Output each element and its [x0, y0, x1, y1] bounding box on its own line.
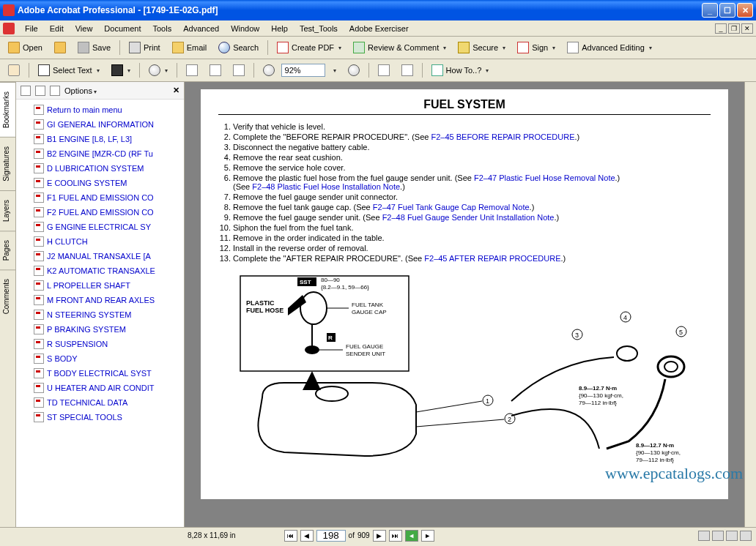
- bookmark-item[interactable]: ST SPECIAL TOOLS: [16, 410, 184, 425]
- bookmarks-options-button[interactable]: Options: [64, 86, 97, 95]
- continuous-facing-button[interactable]: [740, 531, 752, 541]
- menu-testtools[interactable]: Test_Tools: [294, 23, 344, 34]
- open-button[interactable]: Open: [3, 39, 48, 56]
- last-page-button[interactable]: ⏭: [389, 530, 402, 542]
- save-button[interactable]: Save: [73, 39, 116, 56]
- expand-icon[interactable]: [50, 86, 60, 96]
- menu-help[interactable]: Help: [265, 23, 294, 34]
- menu-advanced[interactable]: Advanced: [177, 23, 225, 34]
- sign-button[interactable]: Sign: [512, 39, 560, 56]
- forward-view-button[interactable]: ►: [421, 530, 434, 542]
- bookmark-item[interactable]: T BODY ELECTRICAL SYST: [16, 366, 184, 381]
- menu-edit[interactable]: Edit: [44, 23, 70, 34]
- bookmark-item[interactable]: TD TECHNICAL DATA: [16, 395, 184, 410]
- zoom-field[interactable]: [281, 64, 325, 77]
- zoom-in-button[interactable]: [144, 61, 173, 79]
- doc-close-button[interactable]: ✕: [741, 23, 753, 34]
- cross-reference-link[interactable]: F2–47 Plastic Fuel Hose Removal Note: [474, 173, 615, 182]
- vertical-scrollbar[interactable]: [744, 82, 756, 527]
- bookmarks-close-button[interactable]: ✕: [173, 86, 179, 95]
- bookmark-item[interactable]: GI GENERAL INFORMATION: [16, 117, 184, 132]
- facing-button[interactable]: [726, 531, 738, 541]
- bookmark-item[interactable]: K2 AUTOMATIC TRANSAXLE: [16, 263, 184, 278]
- step-item: Install in the reverse order of removal.: [233, 244, 711, 253]
- pdf-bookmark-icon: [34, 368, 44, 378]
- side-tab-layers[interactable]: Layers: [0, 190, 15, 231]
- menu-view[interactable]: View: [70, 23, 99, 34]
- trash-icon[interactable]: [21, 86, 31, 96]
- secure-button[interactable]: Secure: [453, 39, 511, 56]
- bookmark-item[interactable]: E COOLING SYSTEM: [16, 176, 184, 190]
- next-page-button[interactable]: ▶: [373, 530, 386, 542]
- bookmark-item[interactable]: D LUBRICATION SYSTEM: [16, 161, 184, 176]
- bookmark-item[interactable]: L PROPELLER SHAFT: [16, 278, 184, 293]
- side-tab-comments[interactable]: Comments: [0, 269, 15, 323]
- menu-adobeexerciser[interactable]: Adobe Exerciser: [344, 23, 415, 34]
- first-page-button[interactable]: ⏮: [284, 530, 297, 542]
- bookmark-item[interactable]: M FRONT AND REAR AXLES: [16, 293, 184, 307]
- prev-page-button[interactable]: ◀: [300, 530, 314, 542]
- open-recent-button[interactable]: [49, 39, 71, 56]
- close-button[interactable]: ✕: [737, 3, 753, 18]
- cross-reference-link[interactable]: F2–45 BEFORE REPAIR PROCEDURE: [431, 132, 574, 141]
- document-scroll[interactable]: FUEL SYSTEM Verify that vehicle is level…: [185, 82, 744, 527]
- zoom-out-button[interactable]: [258, 61, 280, 79]
- side-tab-pages[interactable]: Pages: [0, 231, 15, 269]
- fit-page-button[interactable]: [204, 61, 226, 79]
- print-button[interactable]: Print: [124, 39, 166, 56]
- bookmark-item[interactable]: F1 FUEL AND EMISSION CO: [16, 190, 184, 205]
- maximize-button[interactable]: ☐: [719, 3, 735, 18]
- cross-reference-link[interactable]: F2–48 Plastic Fuel Hose Installation Not…: [252, 182, 400, 191]
- cross-reference-link[interactable]: F2–45 AFTER REPAIR PROCEDURE: [424, 254, 560, 263]
- side-tab-signatures[interactable]: Signatures: [0, 137, 15, 190]
- zoom-in2-button[interactable]: [343, 61, 365, 79]
- menu-file[interactable]: File: [19, 23, 44, 34]
- side-tab-bookmarks[interactable]: Bookmarks: [0, 82, 15, 137]
- bookmark-item[interactable]: H CLUTCH: [16, 234, 184, 249]
- cross-reference-link[interactable]: F2–47 Fuel Tank Gauge Cap Removal Note: [373, 203, 530, 212]
- how-to-button[interactable]: How To..?: [426, 61, 494, 79]
- bookmark-item[interactable]: S BODY: [16, 351, 184, 366]
- bookmark-item[interactable]: R SUSPENSION: [16, 337, 184, 351]
- email-button[interactable]: Email: [167, 39, 212, 56]
- svg-text:8.9—12.7 N·m: 8.9—12.7 N·m: [636, 442, 674, 449]
- menu-document[interactable]: Document: [98, 23, 147, 34]
- bookmark-item[interactable]: Return to main menu: [16, 102, 184, 117]
- rotate-cw-button[interactable]: [396, 61, 418, 79]
- bookmark-item[interactable]: N STEERING SYSTEM: [16, 307, 184, 322]
- doc-minimize-button[interactable]: _: [715, 23, 727, 34]
- hand-tool-button[interactable]: [3, 61, 25, 79]
- menu-window[interactable]: Window: [225, 23, 265, 34]
- bookmark-item[interactable]: P BRAKING SYSTEM: [16, 322, 184, 337]
- bookmark-label: GI GENERAL INFORMATION: [47, 120, 154, 129]
- single-page-button[interactable]: [698, 531, 710, 541]
- cross-reference-link[interactable]: F2–48 Fuel Gauge Sender Unit Installatio…: [382, 213, 555, 222]
- bookmark-item[interactable]: F2 FUEL AND EMISSION CO: [16, 205, 184, 220]
- bookmark-item[interactable]: G ENGINE ELECTRICAL SY: [16, 220, 184, 234]
- actual-size-button[interactable]: [181, 61, 203, 79]
- page-number-field[interactable]: [316, 530, 346, 542]
- doc-restore-button[interactable]: ❐: [728, 23, 740, 34]
- rotate-left-icon: [378, 64, 390, 76]
- advanced-editing-button[interactable]: Advanced Editing: [562, 39, 657, 56]
- select-text-button[interactable]: Select Text: [33, 61, 105, 79]
- search-button[interactable]: Search: [213, 39, 264, 56]
- minimize-button[interactable]: _: [702, 3, 718, 18]
- zoom-plus-icon: [348, 64, 360, 76]
- back-view-button[interactable]: ◄: [405, 530, 418, 542]
- bookmark-item[interactable]: B1 ENGINE [L8, LF, L3]: [16, 132, 184, 146]
- bookmark-item[interactable]: J2 MANUAL TRANSAXLE [A: [16, 249, 184, 263]
- fit-width-button[interactable]: [228, 61, 250, 79]
- rotate-right-icon: [401, 64, 413, 76]
- review-comment-button[interactable]: Review & Comment: [348, 39, 451, 56]
- bookmark-label: P BRAKING SYSTEM: [47, 325, 126, 334]
- menu-tools[interactable]: Tools: [147, 23, 178, 34]
- bookmark-item[interactable]: B2 ENGINE [MZR-CD (RF Tu: [16, 146, 184, 161]
- continuous-button[interactable]: [712, 531, 724, 541]
- snapshot-button[interactable]: [106, 61, 136, 79]
- bookmark-item[interactable]: U HEATER AND AIR CONDIT: [16, 381, 184, 395]
- zoom-dropdown[interactable]: [327, 64, 341, 77]
- rotate-ccw-button[interactable]: [373, 61, 395, 79]
- new-bookmark-icon[interactable]: [35, 86, 45, 96]
- create-pdf-button[interactable]: Create PDF: [272, 39, 346, 56]
